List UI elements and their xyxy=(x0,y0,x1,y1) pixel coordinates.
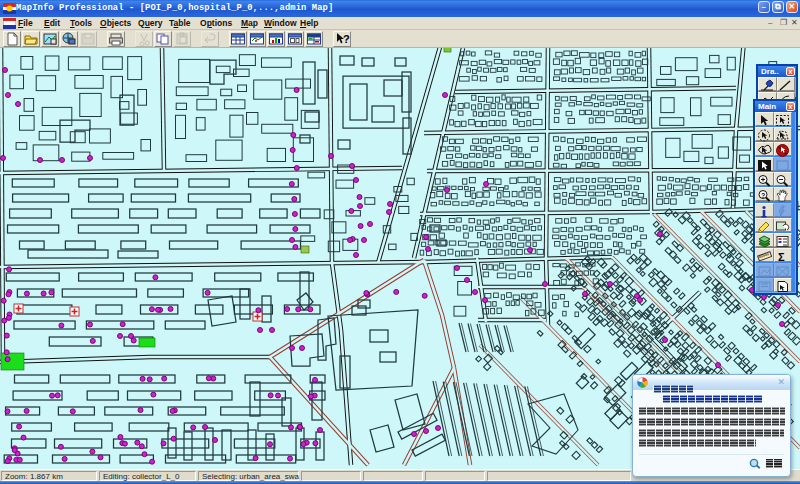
svg-text:?: ? xyxy=(343,33,350,45)
svg-text:Σ: Σ xyxy=(778,251,785,263)
svg-text:?: ? xyxy=(761,192,765,199)
